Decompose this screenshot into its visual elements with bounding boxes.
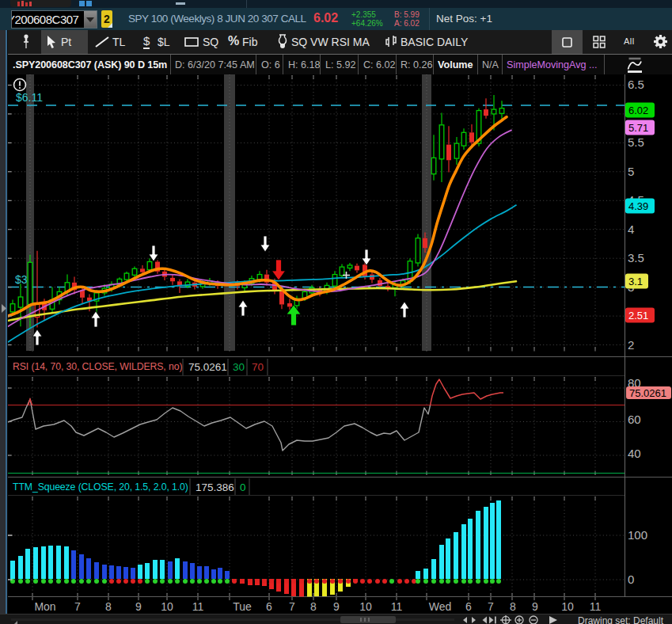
svg-text:60: 60 — [628, 413, 641, 426]
svg-text:4: 4 — [628, 223, 634, 236]
svg-text:7: 7 — [289, 600, 295, 613]
svg-text:8: 8 — [510, 600, 516, 613]
svg-text:Tue: Tue — [233, 600, 252, 613]
svg-text:10: 10 — [561, 600, 574, 613]
svg-text:0: 0 — [628, 573, 634, 586]
svg-text:10: 10 — [161, 600, 173, 613]
svg-text:Mon: Mon — [34, 600, 55, 613]
svg-text:5: 5 — [628, 165, 634, 178]
svg-text:11: 11 — [391, 600, 403, 613]
svg-text:3.1: 3.1 — [628, 276, 643, 287]
svg-text:5.5: 5.5 — [628, 135, 644, 149]
svg-text:30: 30 — [233, 361, 245, 373]
svg-text:6.02: 6.02 — [628, 105, 648, 116]
svg-text:9: 9 — [333, 600, 340, 613]
svg-text:6: 6 — [266, 600, 272, 613]
svg-text:9: 9 — [135, 600, 142, 613]
svg-text:9: 9 — [532, 600, 538, 613]
svg-text:70: 70 — [252, 361, 264, 373]
svg-text:$3: $3 — [15, 273, 28, 286]
svg-text:175.386: 175.386 — [196, 481, 234, 493]
svg-text:6.5: 6.5 — [628, 78, 644, 91]
svg-text:8: 8 — [105, 600, 112, 613]
svg-text:11: 11 — [192, 600, 204, 613]
svg-text:$6.11: $6.11 — [16, 91, 43, 104]
svg-text:11: 11 — [590, 600, 602, 613]
svg-text:8: 8 — [310, 600, 317, 613]
svg-text:RSI (14, 70, 30, CLOSE, WILDER: RSI (14, 70, 30, CLOSE, WILDERS, no) — [13, 361, 182, 372]
svg-text:6: 6 — [465, 600, 472, 613]
svg-text:7: 7 — [488, 600, 494, 613]
svg-text:2.51: 2.51 — [628, 310, 648, 322]
svg-text:4.39: 4.39 — [628, 200, 648, 212]
svg-text:TTM_Squeeze (CLOSE, 20, 1.5, 2: TTM_Squeeze (CLOSE, 20, 1.5, 2.0, 1.0) — [13, 481, 188, 493]
svg-text:10: 10 — [359, 600, 372, 613]
svg-text:75.0261: 75.0261 — [629, 387, 666, 399]
svg-text:0: 0 — [240, 481, 246, 493]
svg-text:Wed: Wed — [429, 600, 452, 613]
svg-text:100: 100 — [628, 528, 647, 542]
svg-text:40: 40 — [628, 447, 641, 460]
svg-text:75.0261: 75.0261 — [188, 361, 227, 373]
svg-text:3.5: 3.5 — [628, 251, 644, 264]
svg-text:7: 7 — [74, 600, 81, 613]
svg-text:5.71: 5.71 — [628, 122, 648, 134]
svg-text:2: 2 — [628, 338, 634, 352]
